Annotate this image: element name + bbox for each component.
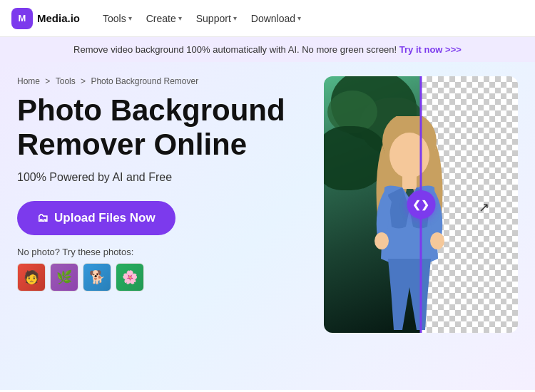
logo-icon: M — [11, 8, 33, 29]
svg-point-5 — [374, 232, 389, 249]
try-photos-label: No photo? Try these photos: — [17, 247, 324, 257]
logo-text: Media.io — [37, 12, 80, 24]
cursor: ↗ — [479, 200, 489, 215]
nav-items: Tools ▾ Create ▾ Support ▾ Download ▾ — [97, 9, 524, 29]
left-column: Home > Tools > Photo Background Remover … — [17, 76, 324, 390]
banner-text: Remove video background 100% automatical… — [73, 44, 397, 55]
person-figure — [352, 116, 467, 333]
breadcrumb-sep-1: > — [45, 76, 52, 86]
nav-tools-label: Tools — [103, 13, 126, 24]
sample-photos: 🧑 🌿 🐕 🌸 — [17, 263, 324, 292]
upload-button-label: Upload Files Now — [54, 211, 156, 225]
promo-banner: Remove video background 100% automatical… — [0, 37, 535, 62]
nav-tools[interactable]: Tools ▾ — [97, 9, 138, 29]
chevron-down-icon: ▾ — [297, 14, 301, 22]
main-content: Home > Tools > Photo Background Remover … — [0, 62, 535, 390]
navbar: M Media.io Tools ▾ Create ▾ Support ▾ Do… — [0, 0, 535, 37]
page-title-line2: Remover Online — [17, 128, 247, 161]
chevron-down-icon: ▾ — [128, 14, 132, 22]
hero-image-container: ❮❯ ↗ — [324, 76, 518, 333]
logo-abbr: M — [19, 13, 26, 24]
sample-photo-4[interactable]: 🌸 — [116, 263, 144, 292]
nav-download-label: Download — [251, 13, 295, 24]
svg-point-6 — [430, 232, 444, 249]
breadcrumb-home[interactable]: Home — [17, 76, 40, 86]
chevron-down-icon: ▾ — [178, 14, 182, 22]
logo[interactable]: M Media.io — [11, 8, 80, 29]
page-subtitle: 100% Powered by AI and Free — [17, 171, 324, 184]
nav-create[interactable]: Create ▾ — [141, 9, 188, 29]
nav-support[interactable]: Support ▾ — [190, 9, 243, 29]
svg-point-3 — [389, 133, 429, 178]
nav-download[interactable]: Download ▾ — [245, 9, 307, 29]
breadcrumb-tools[interactable]: Tools — [56, 76, 76, 86]
person-svg — [352, 116, 467, 330]
divider-handle[interactable]: ❮❯ — [407, 190, 435, 219]
page-title: Photo Background Remover Online — [17, 93, 324, 163]
page-title-line1: Photo Background — [17, 93, 285, 127]
image-divider-line: ❮❯ — [420, 76, 422, 333]
divider-icon: ❮❯ — [412, 199, 429, 210]
breadcrumb-current: Photo Background Remover — [91, 76, 198, 86]
sample-photo-1[interactable]: 🧑 — [17, 263, 46, 292]
breadcrumb-sep-2: > — [81, 76, 88, 86]
upload-button[interactable]: 🗂 Upload Files Now — [17, 201, 175, 235]
sample-photo-2[interactable]: 🌿 — [50, 263, 78, 292]
nav-support-label: Support — [196, 13, 231, 24]
sample-photo-3[interactable]: 🐕 — [83, 263, 111, 292]
banner-link[interactable]: Try it now >>> — [399, 44, 462, 55]
upload-icon: 🗂 — [37, 212, 49, 225]
right-column: ❮❯ ↗ — [324, 76, 518, 390]
chevron-down-icon: ▾ — [233, 14, 237, 22]
nav-create-label: Create — [146, 13, 176, 24]
breadcrumb: Home > Tools > Photo Background Remover — [17, 76, 324, 86]
svg-rect-4 — [402, 175, 417, 189]
